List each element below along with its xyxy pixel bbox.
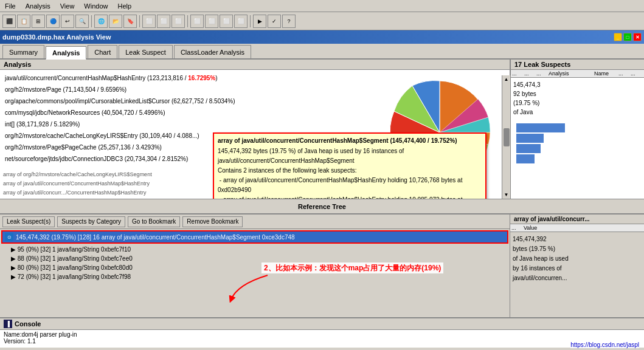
- vertical-scrollbar[interactable]: ▲ ▼: [502, 75, 510, 199]
- tab-classloader-analysis[interactable]: ClassLoader Analysis: [174, 45, 251, 58]
- toolbar-btn-11[interactable]: ⬜: [157, 15, 170, 28]
- toolbar-btn-6[interactable]: 🔍: [75, 15, 89, 28]
- bottom-list-item-1[interactable]: ⊙ 145,474,392 (19.75%) [128] 16 array of…: [2, 232, 507, 242]
- col-dots-5: ...: [631, 70, 643, 77]
- col-dots-1: ...: [512, 70, 524, 77]
- toolbar-btn-5[interactable]: ↩: [61, 15, 74, 28]
- ref-tree-title: Reference Tree: [298, 203, 346, 210]
- toolbar-separator-4: [250, 15, 251, 27]
- toolbar-btn-2[interactable]: 📋: [17, 15, 30, 28]
- window-title: dump0330.dmp.hax Analysis View: [2, 33, 111, 41]
- console-line-2: Version: 1.1: [4, 338, 640, 345]
- right-panel-text: 145,474,3 92 bytes (19.75 %) of Java: [511, 78, 644, 119]
- col-name: Name: [594, 70, 618, 77]
- br-col-value: Value: [524, 225, 643, 231]
- menu-view[interactable]: View: [58, 2, 77, 10]
- toolbar-btn-16[interactable]: ⬜: [234, 15, 248, 28]
- menu-file[interactable]: File: [2, 2, 18, 10]
- toolbar-btn-17[interactable]: ▶: [253, 15, 266, 28]
- console-title: ▐ Console: [0, 318, 644, 330]
- bottom-right-panel: array of java/util/concurr... ... Value …: [510, 214, 644, 317]
- suspects-by-category-btn[interactable]: Suspects by Category: [57, 216, 125, 227]
- col-dots-4: ...: [618, 70, 631, 77]
- pie-label-3: array of org/h2/mvstore/cache/CacheLongK…: [3, 171, 152, 177]
- close-button[interactable]: ✕: [633, 33, 642, 41]
- pie-label-1: array of java/util/concurr.../Concurrent…: [3, 190, 147, 196]
- console-content: Name:dom4j parser plug-in Version: 1.1: [0, 330, 644, 348]
- maximize-button[interactable]: □: [623, 33, 632, 41]
- pie-label-2: array of java/util/concurrent/Concurrent…: [3, 180, 150, 187]
- tabbar: Summary Analysis Chart Leak Suspect Clas…: [0, 44, 644, 60]
- leak-suspects-title: 17 Leak Suspects: [511, 60, 644, 70]
- toolbar-separator-3: [187, 15, 188, 27]
- menu-analysis[interactable]: Analysis: [23, 2, 53, 10]
- bottom-list-item-5-text: ▶ 72 (0%) [32] 1 java/lang/String 0xbefc…: [11, 273, 131, 280]
- toolbar-separator: [91, 15, 92, 27]
- toolbar-btn-15[interactable]: ⬜: [220, 15, 233, 28]
- tab-analysis[interactable]: Analysis: [46, 46, 86, 60]
- svg-rect-2: [516, 144, 541, 153]
- tab-chart[interactable]: Chart: [88, 45, 117, 58]
- bottom-list-item-2[interactable]: ▶ 95 (0%) [32] 1 java/lang/String 0xbefc…: [0, 245, 510, 254]
- bottom-list: ⊙ 145,474,392 (19.75%) [128] 16 array of…: [0, 229, 510, 281]
- toolbar-btn-10[interactable]: ⬜: [142, 15, 156, 28]
- console-line-1: Name:dom4j parser plug-in: [4, 331, 640, 338]
- col-dots-2: ...: [524, 70, 536, 77]
- bottom-list-item-4[interactable]: ▶ 80 (0%) [32] 1 java/lang/String 0xbefc…: [0, 263, 510, 272]
- bottom-list-item-3[interactable]: ▶ 88 (0%) [32] 1 java/lang/String 0xbefc…: [0, 254, 510, 263]
- toolbar-btn-4[interactable]: 🔵: [46, 15, 60, 28]
- bottom-right-text: 145,474,392 bytes (19.75 %) of Java heap…: [510, 232, 644, 286]
- titlebar: dump0330.dmp.hax Analysis View _ □ ✕: [0, 30, 644, 44]
- svg-rect-1: [516, 134, 544, 143]
- bottom-right-title: array of java/util/concurr...: [510, 214, 644, 224]
- toolbar-btn-12[interactable]: ⬜: [171, 15, 185, 28]
- bottom-list-item-2-text: ▶ 95 (0%) [32] 1 java/lang/String 0xbefc…: [11, 246, 131, 253]
- toolbar: ⬛ 📋 ⊞ 🔵 ↩ 🔍 🌐 📂 🔖 ⬜ ⬜ ⬜ ⬜ ⬜ ⬜ ⬜ ▶ ✓ ?: [0, 12, 644, 30]
- analysis-panel-title: Analysis: [0, 60, 510, 70]
- bottom-list-item-1-text: 145,474,392 (19.75%) [128] 16 array of j…: [16, 234, 295, 241]
- tooltip-box: array of java/util/concurrent/Concurrent…: [213, 132, 486, 199]
- window-controls: _ □ ✕: [614, 33, 642, 41]
- leak-suspects-btn[interactable]: Leak Suspect(s): [2, 216, 55, 227]
- toolbar-btn-3[interactable]: ⊞: [32, 15, 45, 28]
- br-col-dots: ...: [511, 225, 524, 231]
- selected-item-wrapper: ⊙ 145,474,392 (19.75%) [128] 16 array of…: [1, 230, 508, 244]
- ref-tree-header: Reference Tree: [0, 199, 644, 214]
- bottom-toolbar: Leak Suspect(s) Suspects by Category Go …: [0, 214, 510, 229]
- tab-summary[interactable]: Summary: [2, 45, 44, 58]
- toolbar-btn-help[interactable]: ?: [282, 15, 296, 28]
- col-dots-3: ...: [536, 70, 549, 77]
- tooltip-content: 145,474,392 bytes (19.75 %) of Java heap…: [218, 146, 482, 199]
- remove-bookmark-btn[interactable]: Remove Bookmark: [182, 216, 243, 227]
- toolbar-separator-2: [139, 15, 140, 27]
- bottom-list-item-3-text: ▶ 88 (0%) [32] 1 java/lang/String 0xbefc…: [11, 255, 133, 262]
- bottom-list-item-4-text: ▶ 80 (0%) [32] 1 java/lang/String 0xbefc…: [11, 264, 133, 271]
- svg-rect-0: [516, 123, 565, 132]
- toolbar-btn-18[interactable]: ✓: [268, 15, 281, 28]
- console-area: ▐ Console Name:dom4j parser plug-in Vers…: [0, 317, 644, 348]
- col-analysis: Analysis: [549, 70, 594, 77]
- toolbar-btn-1[interactable]: ⬛: [2, 15, 16, 28]
- go-to-bookmark-btn[interactable]: Go to Bookmark: [128, 216, 180, 227]
- svg-rect-3: [516, 154, 535, 163]
- bottom-left-panel: Leak Suspect(s) Suspects by Category Go …: [0, 214, 510, 317]
- right-panel: 17 Leak Suspects ... ... ... Analysis Na…: [510, 60, 644, 199]
- tab-leak-suspect[interactable]: Leak Suspect: [119, 45, 173, 58]
- toolbar-btn-13[interactable]: ⬜: [190, 15, 204, 28]
- menubar: File Analysis View Window Help: [0, 0, 644, 12]
- item-icon-1: ⊙: [5, 233, 13, 241]
- toolbar-btn-8[interactable]: 📂: [109, 15, 122, 28]
- tooltip-title: array of java/util/concurrent/Concurrent…: [218, 137, 482, 144]
- right-panel-chart: [511, 119, 644, 171]
- console-label: Console: [15, 320, 41, 328]
- toolbar-btn-7[interactable]: 🌐: [94, 15, 108, 28]
- toolbar-btn-9[interactable]: 🔖: [123, 15, 137, 28]
- menu-help[interactable]: Help: [115, 2, 134, 10]
- toolbar-btn-14[interactable]: ⬜: [205, 15, 218, 28]
- console-icon: ▐: [4, 320, 12, 328]
- url-bar: https://blog.csdn.net/jaspl: [570, 341, 639, 348]
- menu-window[interactable]: Window: [81, 2, 110, 10]
- minimize-button[interactable]: _: [614, 33, 622, 41]
- bottom-area: Leak Suspect(s) Suspects by Category Go …: [0, 214, 644, 317]
- bottom-list-item-5[interactable]: ▶ 72 (0%) [32] 1 java/lang/String 0xbefc…: [0, 272, 510, 281]
